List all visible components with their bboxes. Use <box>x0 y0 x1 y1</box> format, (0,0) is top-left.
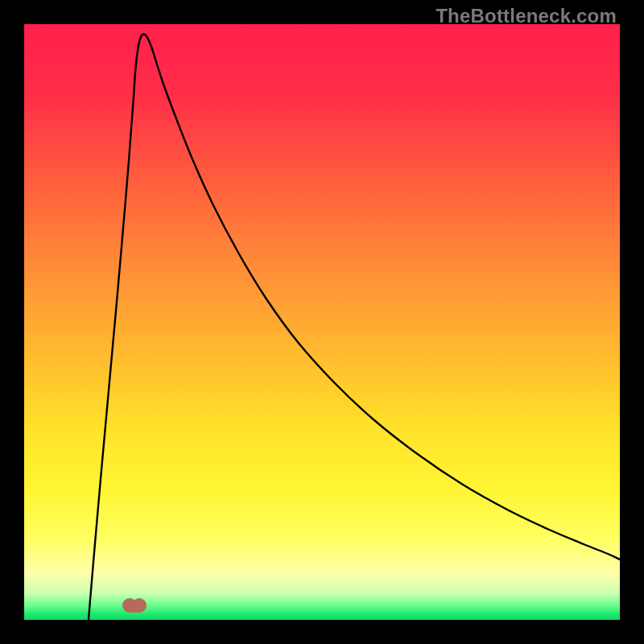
watermark-text: TheBottleneck.com <box>436 5 617 27</box>
svg-point-3 <box>132 598 147 613</box>
plot-area <box>24 24 620 620</box>
chart-frame: TheBottleneck.com <box>0 0 644 644</box>
bottleneck-curve <box>24 24 620 620</box>
optimal-point-marker <box>122 598 147 613</box>
